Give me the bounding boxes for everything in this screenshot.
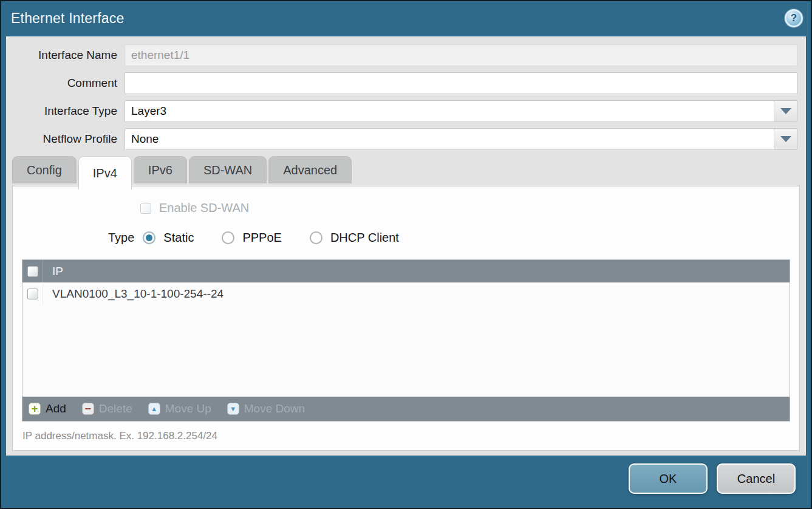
ip-column-header: IP bbox=[43, 260, 63, 282]
tab-ipv4[interactable]: IPv4 bbox=[78, 156, 132, 190]
enable-sdwan-checkbox bbox=[140, 203, 151, 214]
radio-dhcp-client-control[interactable] bbox=[310, 231, 322, 244]
radio-pppoe-control[interactable] bbox=[222, 231, 234, 244]
netflow-profile-dropdown[interactable]: None bbox=[125, 128, 797, 150]
ipv4-tab-panel: Enable SD-WAN Type Static PPPoE DHCP Cli… bbox=[12, 186, 800, 451]
select-all-cell bbox=[22, 260, 43, 282]
row-checkbox-cell bbox=[22, 282, 43, 305]
chevron-down-icon bbox=[780, 108, 791, 114]
table-row[interactable]: VLAN0100_L3_10-1-100-254--24 bbox=[22, 282, 790, 305]
comment-field[interactable] bbox=[125, 72, 797, 94]
dialog-footer: OK Cancel bbox=[1, 456, 811, 508]
type-label: Type bbox=[108, 231, 134, 245]
interface-type-row: Interface Type Layer3 bbox=[6, 100, 797, 122]
interface-type-dropdown[interactable]: Layer3 bbox=[125, 100, 797, 122]
radio-static-control[interactable] bbox=[143, 231, 155, 244]
ip-table-toolbar: + Add − Delete ▲ Move Up ▼ Move Down bbox=[22, 397, 790, 421]
type-radio-row: Type Static PPPoE DHCP Client bbox=[108, 231, 799, 245]
dialog-title: Ethernet Interface bbox=[11, 10, 124, 27]
radio-static-label: Static bbox=[163, 231, 194, 245]
interface-type-value: Layer3 bbox=[125, 101, 774, 121]
plus-icon: + bbox=[29, 403, 41, 415]
radio-dhcp-client[interactable]: DHCP Client bbox=[310, 231, 399, 245]
netflow-profile-row: Netflow Profile None bbox=[6, 128, 797, 150]
ok-button[interactable]: OK bbox=[629, 463, 708, 494]
move-down-button: ▼ Move Down bbox=[227, 402, 305, 415]
interface-name-field bbox=[125, 44, 797, 66]
ip-table-header: IP bbox=[22, 260, 790, 282]
arrow-down-icon: ▼ bbox=[227, 403, 239, 415]
delete-button: − Delete bbox=[82, 402, 132, 415]
ip-table: IP VLAN0100_L3_10-1-100-254--24 + Add bbox=[22, 259, 790, 422]
ip-table-body: VLAN0100_L3_10-1-100-254--24 bbox=[22, 282, 790, 397]
dialog-body: Interface Name Comment Interface Type La… bbox=[6, 36, 806, 456]
interface-name-row: Interface Name bbox=[6, 44, 797, 66]
tab-strip: Config IPv4 IPv6 SD-WAN Advanced bbox=[12, 156, 806, 186]
radio-selected-dot bbox=[146, 234, 152, 241]
comment-row: Comment bbox=[6, 72, 797, 94]
netflow-profile-label: Netflow Profile bbox=[6, 132, 125, 146]
tab-config[interactable]: Config bbox=[12, 156, 77, 183]
enable-sdwan-label: Enable SD-WAN bbox=[159, 201, 249, 215]
radio-pppoe[interactable]: PPPoE bbox=[222, 231, 281, 245]
cancel-button[interactable]: Cancel bbox=[717, 463, 796, 494]
row-ip-value[interactable]: VLAN0100_L3_10-1-100-254--24 bbox=[43, 282, 223, 305]
chevron-down-icon bbox=[780, 136, 791, 142]
delete-button-label: Delete bbox=[99, 402, 132, 415]
netflow-profile-dropdown-button[interactable] bbox=[774, 129, 797, 149]
tab-advanced[interactable]: Advanced bbox=[268, 156, 352, 183]
enable-sdwan-row: Enable SD-WAN bbox=[140, 201, 799, 215]
ip-format-hint: IP address/netmask. Ex. 192.168.2.254/24 bbox=[22, 430, 799, 442]
tab-ipv6[interactable]: IPv6 bbox=[134, 156, 187, 183]
radio-dhcp-client-label: DHCP Client bbox=[330, 231, 399, 245]
interface-type-label: Interface Type bbox=[6, 104, 125, 118]
move-up-button: ▲ Move Up bbox=[148, 402, 211, 415]
add-button[interactable]: + Add bbox=[29, 402, 66, 415]
dialog-titlebar[interactable]: Ethernet Interface ? bbox=[1, 1, 811, 35]
minus-icon: − bbox=[82, 403, 94, 415]
radio-static[interactable]: Static bbox=[143, 231, 194, 245]
arrow-up-icon: ▲ bbox=[148, 403, 160, 415]
add-button-label: Add bbox=[46, 402, 66, 415]
row-checkbox[interactable] bbox=[27, 289, 38, 299]
comment-label: Comment bbox=[6, 77, 125, 90]
tab-sd-wan[interactable]: SD-WAN bbox=[189, 156, 267, 183]
interface-name-label: Interface Name bbox=[6, 49, 125, 62]
move-down-button-label: Move Down bbox=[244, 402, 305, 415]
radio-pppoe-label: PPPoE bbox=[242, 231, 281, 245]
move-up-button-label: Move Up bbox=[165, 402, 211, 415]
help-icon[interactable]: ? bbox=[785, 9, 803, 27]
interface-type-dropdown-button[interactable] bbox=[774, 101, 797, 121]
interface-form: Interface Name Comment Interface Type La… bbox=[6, 37, 806, 150]
netflow-profile-value: None bbox=[125, 129, 774, 149]
ethernet-interface-dialog: Ethernet Interface ? Interface Name Comm… bbox=[0, 0, 812, 509]
select-all-checkbox[interactable] bbox=[27, 266, 38, 277]
